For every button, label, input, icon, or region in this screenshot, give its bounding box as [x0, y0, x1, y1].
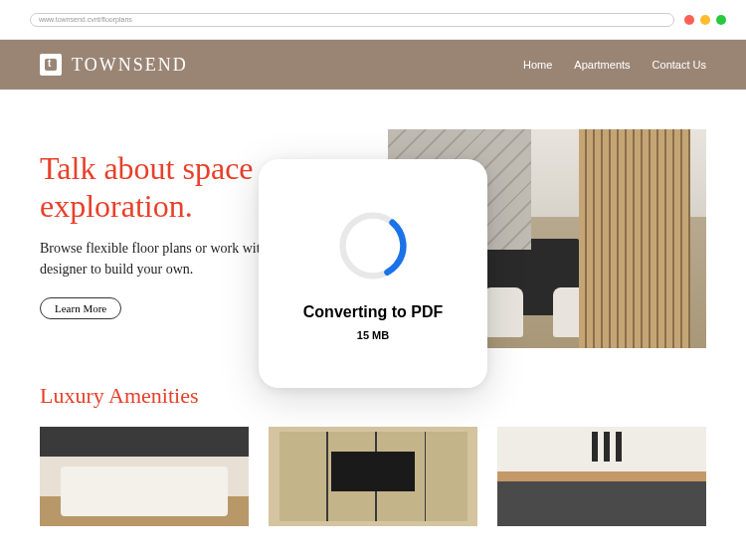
learn-more-button[interactable]: Learn More — [40, 297, 121, 319]
amenity-card[interactable] — [269, 427, 477, 526]
window-controls — [684, 15, 726, 25]
brand-name: TOWNSEND — [72, 55, 188, 76]
nav-link-apartments[interactable]: Apartments — [574, 59, 630, 71]
nav-link-home[interactable]: Home — [523, 59, 552, 71]
maximize-icon[interactable] — [716, 15, 726, 25]
brand-logo-icon — [40, 54, 62, 76]
brand[interactable]: TOWNSEND — [40, 54, 188, 76]
amenity-card[interactable] — [40, 427, 249, 526]
url-bar[interactable]: www.townsend.cvnt/floorplans — [30, 13, 674, 27]
converting-modal: Converting to PDF 15 MB — [259, 159, 487, 388]
modal-file-size: 15 MB — [357, 329, 389, 341]
browser-chrome: www.townsend.cvnt/floorplans — [0, 0, 746, 40]
modal-title: Converting to PDF — [303, 303, 443, 321]
minimize-icon[interactable] — [700, 15, 710, 25]
close-icon[interactable] — [684, 15, 694, 25]
url-text: www.townsend.cvnt/floorplans — [39, 16, 132, 23]
site-navbar: TOWNSEND Home Apartments Contact Us — [0, 40, 746, 90]
amenity-card[interactable] — [497, 427, 706, 526]
nav-link-contact[interactable]: Contact Us — [653, 59, 706, 71]
amenity-grid — [40, 427, 706, 526]
progress-spinner-icon — [333, 206, 413, 285]
bottom-fade — [0, 540, 746, 560]
nav-links: Home Apartments Contact Us — [523, 59, 706, 71]
webpage: TOWNSEND Home Apartments Contact Us Talk… — [0, 40, 746, 560]
